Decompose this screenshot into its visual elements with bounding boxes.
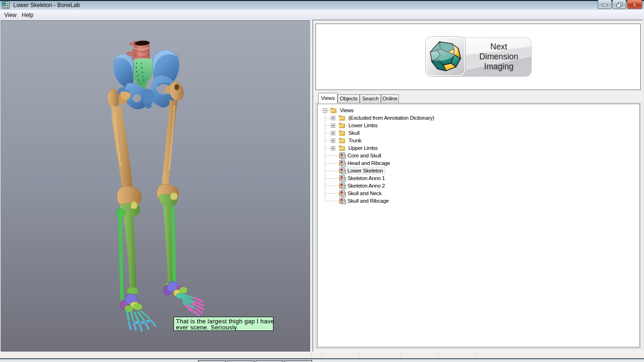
svg-text:Dimension: Dimension — [479, 52, 519, 61]
svg-text:Imaging: Imaging — [484, 62, 513, 71]
svg-text:Next: Next — [490, 42, 507, 51]
